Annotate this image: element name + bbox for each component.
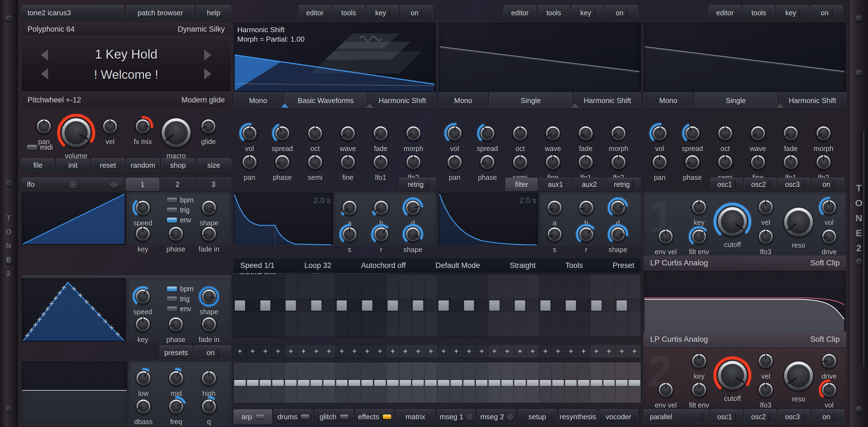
arp-velocity-column[interactable] <box>475 362 488 403</box>
filter2-vol-knob[interactable]: vol <box>817 378 841 401</box>
osc3-pan-knob[interactable]: pan <box>648 151 671 174</box>
arp-velocity-column[interactable] <box>399 362 412 403</box>
tab-effects[interactable]: effects <box>355 409 394 424</box>
arp-transpose-cell[interactable]: + <box>590 344 603 358</box>
filter2-osc1-button[interactable]: osc1 <box>710 409 743 424</box>
arp-cell[interactable] <box>272 325 284 337</box>
osc2-semi-knob[interactable]: semi <box>508 151 532 174</box>
filter-on-button[interactable]: on <box>812 178 845 191</box>
midi-toggle[interactable]: midi <box>27 143 53 151</box>
osc3-tools-button[interactable]: tools <box>742 5 775 21</box>
osc3-tab-single[interactable]: Single <box>694 93 777 108</box>
arp-cell[interactable] <box>246 274 259 287</box>
arp-cell[interactable] <box>488 299 501 312</box>
osc2-morph-knob[interactable]: morph <box>607 122 630 145</box>
arp-step-column[interactable] <box>425 274 437 337</box>
steplfo-fadein-knob[interactable]: fade in <box>197 313 221 336</box>
arp-transpose-cell[interactable]: + <box>336 344 348 358</box>
arp-step-column[interactable] <box>272 274 284 337</box>
arp-cell[interactable] <box>565 274 577 287</box>
arp-transpose-cell[interactable]: + <box>475 344 488 358</box>
osc1-phase-knob[interactable]: phase <box>271 151 294 174</box>
arp-cell[interactable] <box>323 274 336 287</box>
arp-cell[interactable] <box>348 312 361 325</box>
arp-step-column[interactable] <box>475 274 488 337</box>
arp-cell[interactable] <box>272 287 284 299</box>
lfo-phase-knob[interactable]: phase <box>164 222 188 245</box>
eq-graph[interactable] <box>21 361 128 425</box>
arp-cell[interactable] <box>527 287 539 299</box>
arp-cell[interactable] <box>501 287 514 299</box>
patch-settings-bar[interactable]: Pitchwheel +-12 Modern glide <box>21 92 231 108</box>
arp-cell[interactable] <box>565 287 577 299</box>
osc2-phase-knob[interactable]: phase <box>476 151 499 174</box>
tab-setup[interactable]: setup <box>518 409 557 424</box>
steplfo-env-toggle[interactable]: env <box>167 305 191 313</box>
env-attack-knob[interactable]: a <box>543 196 566 219</box>
arp-cell[interactable] <box>603 299 616 312</box>
arp-step-column[interactable] <box>297 274 310 337</box>
arp-transpose-cell[interactable]: + <box>297 344 310 358</box>
arp-cell[interactable] <box>514 325 527 337</box>
arp-cell[interactable] <box>615 299 628 312</box>
pan-knob[interactable]: pan <box>32 114 56 138</box>
arp-cell[interactable] <box>552 287 565 299</box>
arp-cell[interactable] <box>374 274 386 287</box>
arp-transpose-cell[interactable]: + <box>565 344 577 358</box>
arp-step-column[interactable] <box>450 274 463 337</box>
arp-cell[interactable] <box>374 287 386 299</box>
filter1-vel-knob[interactable]: vel <box>754 195 777 219</box>
steplfo-phase-knob[interactable]: phase <box>164 313 188 336</box>
arp-step-column[interactable] <box>527 274 539 337</box>
osc2-fine-knob[interactable]: fine <box>541 151 565 174</box>
arp-transpose-cell[interactable]: + <box>514 344 527 358</box>
filter2-key-knob[interactable]: key <box>687 349 711 372</box>
arp-cell[interactable] <box>412 325 425 337</box>
arp-cell[interactable] <box>514 287 527 299</box>
arp-transpose-cell[interactable]: + <box>577 344 590 358</box>
arp-cell[interactable] <box>552 299 565 312</box>
arp-cell[interactable] <box>590 312 603 325</box>
arp-cell[interactable] <box>386 287 399 299</box>
arp-step-column[interactable] <box>501 274 514 337</box>
arp-step-column[interactable] <box>323 274 336 337</box>
osc3-spread-knob[interactable]: spread <box>681 122 704 145</box>
tab-drums[interactable]: drums <box>274 409 313 424</box>
arp-cell[interactable] <box>374 325 386 337</box>
arp-cell[interactable] <box>488 312 501 325</box>
arp-cell[interactable] <box>450 325 463 337</box>
arp-cell[interactable] <box>628 274 641 287</box>
arp-cell[interactable] <box>488 287 501 299</box>
arp-cell[interactable] <box>259 325 272 337</box>
osc1-key-button[interactable]: key <box>366 5 399 21</box>
tab-arp[interactable]: arp <box>234 409 272 424</box>
arp-cell[interactable] <box>463 287 476 299</box>
arp-cell[interactable] <box>272 274 284 287</box>
arp-cell[interactable] <box>475 287 488 299</box>
arp-transpose-row[interactable]: ++++++++++++++++++++++++++++++++ <box>234 344 641 358</box>
filter2-osc2-button[interactable]: osc2 <box>744 409 777 424</box>
file-button[interactable]: file <box>21 158 55 172</box>
arp-step-column[interactable] <box>463 274 476 337</box>
arp-cell[interactable] <box>361 299 374 312</box>
osc3-semi-knob[interactable]: semi <box>714 151 737 174</box>
arp-velocity-column[interactable] <box>272 362 284 403</box>
arp-transpose-cell[interactable]: + <box>374 344 386 358</box>
osc3-oct-knob[interactable]: oct <box>714 122 737 145</box>
arp-transpose-cell[interactable]: + <box>386 344 399 358</box>
arp-transpose-cell[interactable]: + <box>628 344 641 358</box>
arp-cell[interactable] <box>463 325 476 337</box>
arp-cell[interactable] <box>399 325 412 337</box>
eq-freq-knob[interactable]: freq <box>164 395 188 418</box>
osc3-editor-button[interactable]: editor <box>709 5 741 21</box>
osc3-tab-harmonic-shift[interactable]: Harmonic Shift <box>778 93 846 108</box>
arp-transpose-cell[interactable]: + <box>399 344 412 358</box>
arp-step-column[interactable] <box>399 274 412 337</box>
arp-cell[interactable] <box>628 287 641 299</box>
arp-step-column[interactable] <box>310 274 323 337</box>
filter-response-graph[interactable] <box>644 270 846 331</box>
arp-cell[interactable] <box>527 325 539 337</box>
arp-preset-menu[interactable]: Preset <box>613 261 634 270</box>
init-button[interactable]: init <box>56 158 90 172</box>
arp-cell[interactable] <box>234 325 246 337</box>
